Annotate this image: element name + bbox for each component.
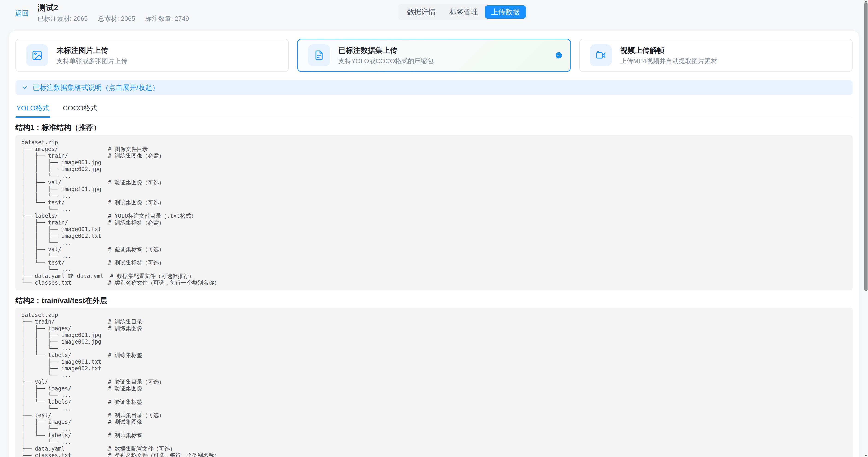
back-link[interactable]: 返回 <box>15 9 29 18</box>
card-unlabeled-image-upload[interactable]: 未标注图片上传 支持单张或多张图片上传 <box>16 39 289 72</box>
structure1-heading: 结构1：标准结构（推荐） <box>16 124 852 131</box>
stat-total-assets: 总素材: 2065 <box>98 15 135 23</box>
scrollbar-down-arrow-icon[interactable] <box>865 455 867 457</box>
vertical-scrollbar[interactable] <box>864 0 868 457</box>
format-tabs: YOLO格式 COCO格式 <box>16 103 852 117</box>
dataset-stats: 已标注素材: 2065 总素材: 2065 标注数量: 2749 <box>37 15 189 23</box>
stat-annotation-count: 标注数量: 2749 <box>145 15 189 23</box>
tab-upload-data[interactable]: 上传数据 <box>485 5 526 19</box>
card-subtitle: 支持单张或多张图片上传 <box>56 57 127 65</box>
card-title: 未标注图片上传 <box>56 46 127 54</box>
scrollbar-up-arrow-icon[interactable] <box>865 0 867 2</box>
image-icon <box>26 44 48 66</box>
page-header: 返回 测试2 已标注素材: 2065 总素材: 2065 标注数量: 2749 … <box>0 0 868 31</box>
header-tab-group: 数据详情 标签管理 上传数据 <box>398 4 528 20</box>
selected-check-icon <box>556 52 562 59</box>
structure1-code-block: dataset.zip ├── images/ # 图像文件目录 │ ├── t… <box>16 135 852 291</box>
card-labeled-dataset-upload[interactable]: 已标注数据集上传 支持YOLO或COCO格式的压缩包 <box>297 39 571 72</box>
stat-labeled-assets: 已标注素材: 2065 <box>37 15 88 23</box>
upload-mode-cards: 未标注图片上传 支持单张或多张图片上传 已标注数据集上传 支持YOLO或COCO… <box>16 39 852 72</box>
card-title: 已标注数据集上传 <box>338 46 434 54</box>
format-help-toggle[interactable]: 已标注数据集格式说明（点击展开/收起） <box>16 80 852 95</box>
card-subtitle: 支持YOLO或COCO格式的压缩包 <box>338 57 434 65</box>
document-icon <box>308 44 330 66</box>
scrollbar-thumb[interactable] <box>864 2 868 291</box>
title-block: 测试2 已标注素材: 2065 总素材: 2065 标注数量: 2749 <box>37 3 189 23</box>
page-title: 测试2 <box>37 3 189 12</box>
structure2-heading: 结构2：train/val/test在外层 <box>16 297 852 304</box>
card-subtitle: 上传MP4视频并自动提取图片素材 <box>620 57 717 65</box>
tab-label-management[interactable]: 标签管理 <box>442 5 485 19</box>
structure2-code-block: dataset.zip ├── train/ # 训练集目录 │ ├── ima… <box>16 308 852 457</box>
video-icon <box>590 44 612 66</box>
chevron-down-icon <box>22 85 28 91</box>
tab-coco-format[interactable]: COCO格式 <box>62 103 98 117</box>
main-panel: 未标注图片上传 支持单张或多张图片上传 已标注数据集上传 支持YOLO或COCO… <box>9 31 859 457</box>
card-video-upload-deframe[interactable]: 视频上传解帧 上传MP4视频并自动提取图片素材 <box>579 39 852 72</box>
format-help-label: 已标注数据集格式说明（点击展开/收起） <box>33 84 159 91</box>
card-title: 视频上传解帧 <box>620 46 717 54</box>
tab-data-details[interactable]: 数据详情 <box>400 5 442 19</box>
tab-yolo-format[interactable]: YOLO格式 <box>16 103 50 117</box>
